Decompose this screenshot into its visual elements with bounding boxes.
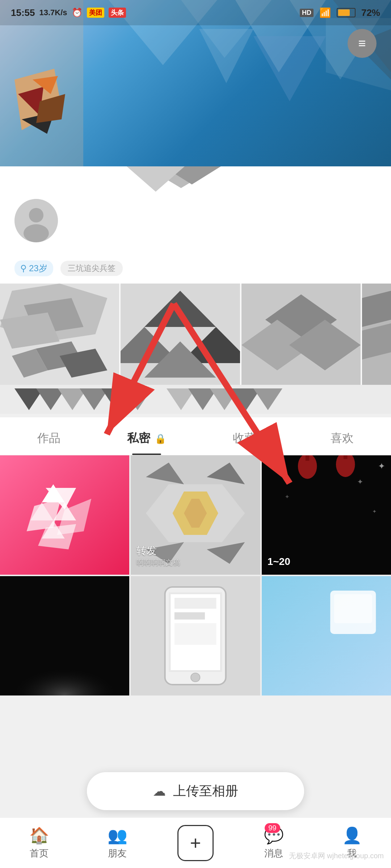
photo-cell-geo[interactable]: 转发 啊啊啊啊文稿: [131, 455, 260, 575]
preview-cell-1: [0, 284, 119, 385]
upload-banner[interactable]: ☁ 上传至相册: [87, 772, 304, 810]
user-info-row: ⚲ 23岁 三坑追尖兵签: [0, 250, 391, 284]
nav-message-label: 消息: [264, 847, 283, 860]
nav-add[interactable]: +: [170, 825, 221, 861]
menu-icon: ≡: [358, 36, 366, 51]
nav-home-label: 首页: [30, 847, 49, 860]
jingou-badge: 头条: [109, 8, 126, 18]
clock-icon: ⏰: [72, 8, 83, 18]
nav-friends-label: 朋友: [108, 847, 127, 860]
status-right: HD 📶 72%: [300, 7, 380, 18]
upload-icon: ☁: [153, 784, 166, 799]
status-bar: 15:55 13.7K/s ⏰ 美团 头条 HD 📶 72%: [0, 0, 391, 25]
svg-point-19: [29, 208, 43, 222]
hd-badge: HD: [300, 9, 314, 17]
star-decor: ✦: [378, 461, 385, 471]
svg-rect-88: [175, 623, 216, 645]
upload-label: 上传至相册: [173, 782, 238, 800]
lock-icon: 🔒: [155, 433, 166, 444]
tab-works[interactable]: 作品: [0, 417, 98, 455]
message-icon-container: 💬 99: [264, 826, 284, 845]
battery-bar: [337, 8, 356, 17]
photo-cell-black[interactable]: ✦ ✦ ✦ ✦ 1~20: [262, 455, 391, 575]
user-tag: 三坑追尖兵签: [60, 261, 123, 276]
profile-area: ⚲ 23岁 三坑追尖兵签: [0, 166, 391, 414]
logo-block: [11, 65, 83, 137]
forward-sublabel: 啊啊啊啊文稿: [136, 558, 180, 567]
svg-point-20: [24, 224, 49, 242]
home-icon: 🏠: [29, 826, 49, 845]
photo-grid: 转发 啊啊啊啊文稿 ✦ ✦ ✦ ✦: [0, 455, 391, 695]
wifi-icon: 📶: [319, 7, 331, 18]
photo-cell-gray2[interactable]: [131, 576, 260, 695]
photo-cell-pink[interactable]: [0, 455, 129, 575]
photo-cell-blue[interactable]: [262, 576, 391, 695]
svg-rect-86: [175, 598, 216, 609]
svg-rect-87: [175, 612, 205, 620]
svg-point-89: [191, 673, 200, 682]
svg-marker-6: [199, 29, 253, 83]
svg-rect-92: [334, 594, 372, 623]
tab-favorites[interactable]: 收藏: [196, 417, 293, 455]
gender-icon: ⚲: [20, 263, 27, 273]
status-left: 15:55 13.7K/s ⏰ 美团 头条: [11, 7, 126, 18]
preview-cell-4: [362, 284, 391, 385]
preview-cell-2: [121, 284, 240, 385]
network-speed: 13.7K/s: [39, 8, 67, 17]
add-icon: +: [190, 832, 201, 854]
count-label: 1~20: [268, 556, 290, 567]
content-with-arrows: 转发 啊啊啊啊文稿 ✦ ✦ ✦ ✦: [0, 455, 391, 695]
photo-cell-black2[interactable]: [0, 576, 129, 695]
tab-likes[interactable]: 喜欢: [293, 417, 391, 455]
top-decoration: [0, 166, 391, 195]
avatar-row: [0, 195, 391, 250]
forward-label: 转发: [136, 545, 157, 556]
friends-icon: 👥: [108, 826, 127, 845]
tabs-row: 作品 私密 🔒 收藏 喜欢: [0, 417, 391, 455]
preview-cell-3: [241, 284, 361, 385]
time-label: 15:55: [11, 7, 35, 18]
tab-private[interactable]: 私密 🔒: [98, 417, 196, 455]
content-preview-strip: [0, 284, 391, 385]
nav-friends[interactable]: 👥 朋友: [92, 826, 143, 860]
forward-label-container: 转发 啊啊啊啊文稿: [136, 544, 180, 567]
avatar: [14, 199, 58, 242]
add-button[interactable]: +: [177, 825, 214, 861]
menu-button[interactable]: ≡: [348, 29, 377, 58]
nav-home[interactable]: 🏠 首页: [14, 826, 64, 860]
age-label: 23岁: [29, 263, 47, 274]
second-geo-row: [0, 385, 391, 414]
watermark: 无极安卓网 wjhetelgroup.com: [289, 851, 384, 861]
battery-percent: 72%: [361, 7, 380, 18]
gender-age-badge: ⚲ 23岁: [14, 260, 53, 276]
svg-marker-5: [253, 36, 326, 101]
message-badge: 99: [265, 823, 280, 833]
meituan-badge: 美团: [87, 8, 104, 18]
me-icon: 👤: [342, 826, 362, 845]
battery-fill: [338, 9, 350, 16]
count-label-container: 1~20: [268, 556, 290, 567]
